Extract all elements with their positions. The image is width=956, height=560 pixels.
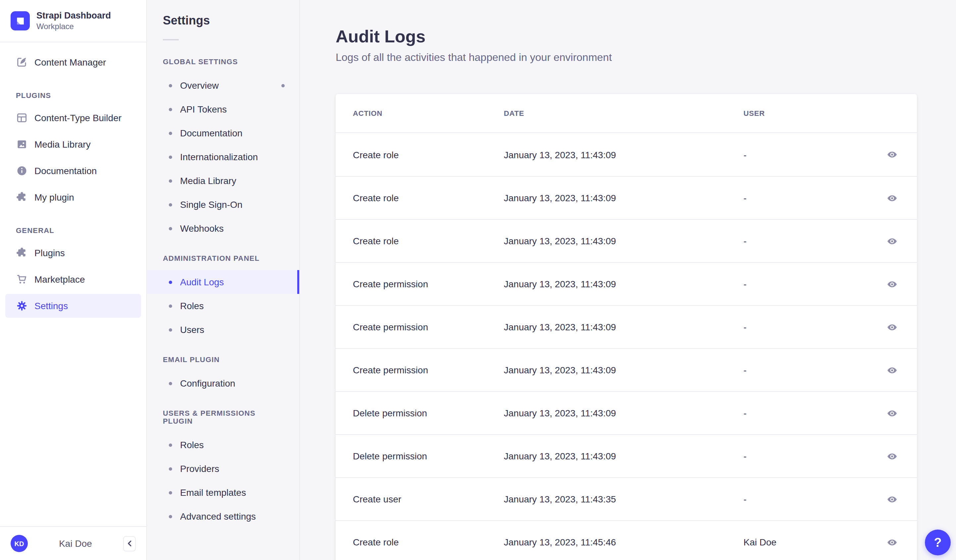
- strapi-dashboard-app: Strapi Dashboard Workplace Content Manag…: [0, 0, 956, 560]
- sidebar-item-label: Documentation: [35, 165, 97, 176]
- row-date: January 13, 2023, 11:43:09: [504, 408, 744, 418]
- strapi-logo-icon: [11, 11, 30, 30]
- view-log-button[interactable]: [884, 319, 900, 335]
- subnav-item-label: Documentation: [180, 128, 242, 138]
- sidebar-item-label: My plugin: [35, 192, 74, 203]
- help-button[interactable]: ?: [925, 530, 951, 555]
- view-log-button[interactable]: [884, 448, 900, 464]
- eye-icon: [886, 494, 898, 505]
- row-date: January 13, 2023, 11:43:09: [504, 279, 744, 289]
- bullet-icon: [169, 304, 172, 307]
- view-log-button[interactable]: [884, 190, 900, 206]
- user-avatar[interactable]: KD: [11, 535, 28, 552]
- bullet-icon: [169, 203, 172, 206]
- row-user: -: [744, 193, 873, 203]
- page-subtitle: Logs of all the activities that happened…: [336, 52, 956, 63]
- view-log-button[interactable]: [884, 405, 900, 421]
- row-user: -: [744, 365, 873, 375]
- view-log-button[interactable]: [884, 233, 900, 249]
- subnav-item-label: Single Sign-On: [180, 199, 242, 210]
- sidebar-item-my-plugin[interactable]: My plugin: [5, 186, 141, 209]
- table-row: Create permission January 13, 2023, 11:4…: [336, 305, 917, 348]
- eye-icon: [886, 321, 898, 333]
- bullet-icon: [169, 328, 172, 331]
- view-log-button[interactable]: [884, 534, 900, 550]
- sidebar-item-media-library[interactable]: Media Library: [5, 132, 141, 156]
- sidebar-item-documentation[interactable]: Documentation: [5, 159, 141, 183]
- sidebar-item-label: Settings: [35, 300, 68, 311]
- view-log-button[interactable]: [884, 362, 900, 378]
- eye-icon: [886, 536, 898, 548]
- user-name[interactable]: Kai Doe: [28, 538, 123, 549]
- row-user: -: [744, 408, 873, 418]
- row-date: January 13, 2023, 11:43:09: [504, 365, 744, 375]
- row-date: January 13, 2023, 11:43:09: [504, 451, 744, 461]
- sidebar-item-content-manager[interactable]: Content Manager: [5, 50, 141, 74]
- subnav-item-api-tokens[interactable]: API Tokens: [147, 97, 299, 121]
- row-action: Create role: [353, 236, 504, 246]
- subnav-item-webhooks[interactable]: Webhooks: [147, 217, 299, 240]
- subnav-item-label: Configuration: [180, 378, 235, 389]
- bullet-icon: [169, 514, 172, 518]
- cart-icon: [16, 274, 28, 285]
- row-date: January 13, 2023, 11:43:35: [504, 494, 744, 504]
- row-date: January 13, 2023, 11:43:09: [504, 236, 744, 246]
- subnav-section-users-permissions: USERS & PERMISSIONS PLUGIN: [147, 409, 299, 425]
- gear-icon: [16, 300, 28, 312]
- info-circle-icon: [16, 165, 28, 177]
- row-action: Delete permission: [353, 451, 504, 461]
- subnav-item-advanced-settings[interactable]: Advanced settings: [147, 504, 299, 528]
- puzzle-icon: [16, 191, 28, 203]
- bullet-icon: [169, 227, 172, 230]
- subnav-item-roles-up[interactable]: Roles: [147, 433, 299, 457]
- subnav-item-overview[interactable]: Overview: [147, 74, 299, 97]
- subnav-item-label: Media Library: [180, 175, 236, 186]
- table-row: Create permission January 13, 2023, 11:4…: [336, 348, 917, 391]
- subnav-item-internationalization[interactable]: Internationalization: [147, 145, 299, 169]
- subnav-item-roles-admin[interactable]: Roles: [147, 294, 299, 318]
- column-header-date: DATE: [504, 109, 744, 117]
- subnav-item-providers[interactable]: Providers: [147, 457, 299, 481]
- subnav-section-global-settings: GLOBAL SETTINGS: [147, 58, 299, 66]
- subnav-item-label: Webhooks: [180, 223, 224, 234]
- sidebar-item-marketplace[interactable]: Marketplace: [5, 267, 141, 291]
- bullet-icon: [169, 155, 172, 159]
- row-date: January 13, 2023, 11:43:09: [504, 193, 744, 203]
- table-row: Create role January 13, 2023, 11:43:09 -: [336, 176, 917, 219]
- table-header-row: ACTION DATE USER: [336, 94, 917, 133]
- notification-dot-icon: [281, 84, 285, 87]
- sidebar-section-general: GENERAL: [0, 212, 146, 238]
- subnav-item-single-sign-on[interactable]: Single Sign-On: [147, 193, 299, 217]
- view-log-button[interactable]: [884, 276, 900, 292]
- collapse-sidebar-button[interactable]: [123, 536, 136, 551]
- subnav-item-media-library[interactable]: Media Library: [147, 169, 299, 193]
- sidebar-footer: KD Kai Doe: [0, 526, 146, 560]
- subnav-item-email-templates[interactable]: Email templates: [147, 481, 299, 504]
- subnav-item-users[interactable]: Users: [147, 318, 299, 341]
- workspace-switcher[interactable]: Strapi Dashboard Workplace: [0, 0, 146, 42]
- row-action: Create permission: [353, 279, 504, 289]
- view-log-button[interactable]: [884, 146, 900, 162]
- subnav-item-label: API Tokens: [180, 104, 227, 115]
- table-row: Create role January 13, 2023, 11:45:46 K…: [336, 520, 917, 560]
- view-log-button[interactable]: [884, 491, 900, 507]
- subnav-item-configuration[interactable]: Configuration: [147, 371, 299, 395]
- row-action: Create role: [353, 149, 504, 160]
- sidebar-item-settings[interactable]: Settings: [5, 294, 141, 318]
- sidebar-item-content-type-builder[interactable]: Content-Type Builder: [5, 106, 141, 130]
- row-date: January 13, 2023, 11:45:46: [504, 537, 744, 547]
- subnav-item-documentation[interactable]: Documentation: [147, 121, 299, 145]
- sidebar-nav: Content Manager PLUGINS Content-Type Bui…: [0, 50, 146, 318]
- subnav-section-email-plugin: EMAIL PLUGIN: [147, 356, 299, 363]
- subnav-item-label: Internationalization: [180, 152, 258, 162]
- table-row: Create role January 13, 2023, 11:43:09 -: [336, 219, 917, 262]
- eye-icon: [886, 235, 898, 247]
- row-action: Create role: [353, 537, 504, 547]
- settings-subnav: Settings GLOBAL SETTINGS Overview API To…: [147, 0, 300, 560]
- chevron-left-icon: [126, 540, 133, 547]
- sidebar-item-plugins[interactable]: Plugins: [5, 241, 141, 265]
- eye-icon: [886, 149, 898, 160]
- row-user: -: [744, 494, 873, 504]
- table-row: Delete permission January 13, 2023, 11:4…: [336, 391, 917, 434]
- subnav-item-audit-logs[interactable]: Audit Logs: [147, 270, 299, 294]
